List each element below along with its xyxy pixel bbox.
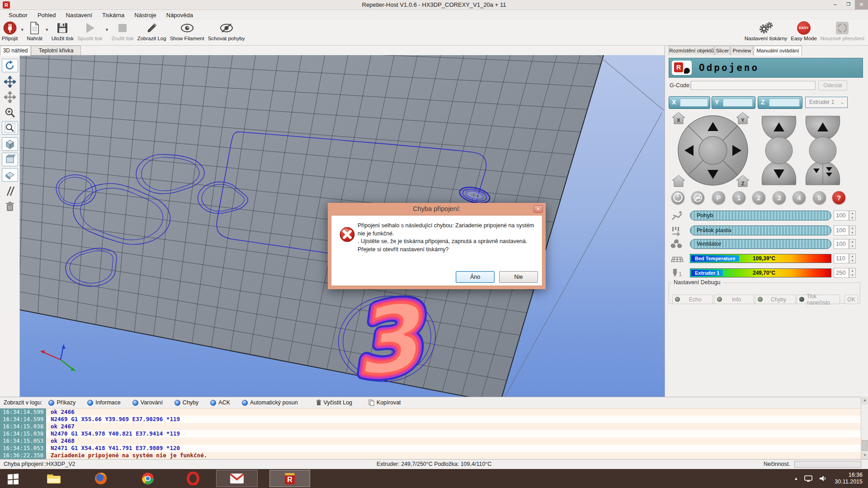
taskbar-repetier-button[interactable]: R: [269, 470, 310, 487]
show-log-button[interactable]: Zobrazit Log: [136, 20, 168, 45]
dialog-close-button[interactable]: ✕: [533, 205, 543, 213]
log-toggle-ack[interactable]: ACK: [210, 399, 230, 406]
start-button[interactable]: [1, 470, 25, 487]
preset-2-button[interactable]: 2: [752, 191, 765, 204]
home-x-axis-button[interactable]: X: [669, 96, 710, 109]
debug-dryrun-toggle[interactable]: Tisk nanečisto: [797, 295, 840, 304]
log-toggle-errors[interactable]: Chyby: [175, 399, 198, 406]
printer-settings-button[interactable]: Nastavení tiskárny: [743, 20, 789, 45]
tab-manual-control[interactable]: Manuální ovládání: [754, 46, 802, 56]
bed-temp-target[interactable]: 110: [834, 253, 849, 263]
menu-help[interactable]: Nápověda: [161, 12, 198, 19]
parallel-projection-button[interactable]: [2, 184, 18, 198]
park-button[interactable]: P: [712, 191, 725, 204]
bed-temp-slider[interactable]: Bed Temperature 109,39°C: [690, 254, 831, 263]
maximize-button[interactable]: ❐: [842, 0, 855, 9]
taskbar-opera-button[interactable]: [181, 470, 205, 487]
scroll-up-icon[interactable]: ▲: [861, 397, 868, 404]
debug-info-toggle[interactable]: Info: [714, 295, 754, 304]
cancel-print-button[interactable]: Zrušit tisk: [110, 20, 136, 45]
speed-value[interactable]: 100: [834, 211, 849, 221]
taskbar-chrome-button[interactable]: [136, 470, 160, 487]
move-object-button[interactable]: [2, 90, 18, 104]
log-toggle-commands[interactable]: Příkazy: [48, 399, 75, 406]
debug-ok-button[interactable]: OK: [844, 295, 858, 304]
view-iso-button[interactable]: [2, 137, 18, 151]
tab-preview[interactable]: Preview: [731, 46, 753, 55]
zoom-button[interactable]: [2, 106, 18, 119]
tab-slicer[interactable]: Slicer: [715, 46, 730, 55]
extruder-temp-target[interactable]: 250: [834, 268, 849, 278]
debug-errors-toggle[interactable]: Chyby: [755, 295, 796, 304]
network-icon[interactable]: [804, 475, 812, 482]
menu-view[interactable]: Pohled: [33, 12, 61, 19]
easy-mode-button[interactable]: EASY Easy Mode: [789, 20, 819, 45]
zoom-object-button[interactable]: [2, 121, 18, 135]
connect-dropdown[interactable]: ▼: [19, 20, 25, 45]
hide-travel-button[interactable]: Schovat pohyby: [206, 20, 247, 45]
gcode-input[interactable]: [691, 81, 816, 90]
menu-file[interactable]: Soubor: [4, 12, 33, 19]
fan-value[interactable]: 100: [834, 239, 849, 249]
log-output[interactable]: 16:34:14.599ok 2466 16:34:14.599N2469 G1…: [0, 408, 868, 459]
preset-4-button[interactable]: 4: [793, 191, 806, 204]
taskbar-firefox-button[interactable]: [89, 470, 113, 487]
delete-object-button[interactable]: [2, 200, 18, 213]
heated-bed-off-button[interactable]: [691, 191, 704, 204]
start-print-button[interactable]: Spustit tisk: [75, 20, 104, 45]
fan-spinner[interactable]: ▲▼: [849, 239, 856, 249]
log-scrollbar[interactable]: ▲ ▼: [861, 397, 868, 459]
flow-slider[interactable]: Průtok plastu: [690, 225, 831, 235]
show-filament-button[interactable]: Show Filament: [168, 20, 206, 45]
connect-button[interactable]: Připojit: [0, 20, 19, 45]
dialog-yes-button[interactable]: Áno: [456, 271, 495, 283]
taskbar-mail-button[interactable]: [216, 470, 258, 487]
extruder-temp-spinner[interactable]: ▲▼: [849, 268, 856, 278]
close-button[interactable]: ✕: [855, 0, 868, 9]
flow-value[interactable]: 100: [834, 225, 849, 235]
preset-3-button[interactable]: 3: [773, 191, 786, 204]
jog-controls[interactable]: X Y Z: [665, 110, 868, 189]
view-front-button[interactable]: [2, 153, 18, 166]
tray-expand-icon[interactable]: ▲: [794, 476, 798, 481]
preset-1-button[interactable]: 1: [732, 191, 745, 204]
minimize-button[interactable]: –: [829, 0, 842, 9]
send-gcode-button[interactable]: Odeslat: [818, 80, 847, 90]
clear-log-button[interactable]: Vyčistit Log: [316, 399, 352, 406]
scroll-down-icon[interactable]: ▼: [861, 452, 868, 459]
extruder-select[interactable]: Extruder 1⌄: [805, 97, 848, 108]
speed-slider[interactable]: Pohyb: [690, 211, 831, 221]
fan-slider[interactable]: Ventilátor: [690, 239, 831, 249]
flow-spinner[interactable]: ▲▼: [849, 225, 856, 235]
tab-object-placement[interactable]: Rozmístění objektů: [669, 46, 714, 55]
menu-tools[interactable]: Nástroje: [129, 12, 161, 19]
dialog-no-button[interactable]: Nie: [499, 271, 538, 283]
menu-printer[interactable]: Tiskárna: [97, 12, 129, 19]
emergency-stop-button[interactable]: Nouzové přerušení: [819, 20, 866, 45]
load-dropdown[interactable]: ▼: [44, 20, 50, 45]
menu-settings[interactable]: Nastavení: [61, 12, 97, 19]
view-top-button[interactable]: [2, 168, 18, 182]
log-toggle-info[interactable]: Informace: [87, 399, 121, 406]
preset-5-button[interactable]: 5: [813, 191, 826, 204]
log-toggle-warnings[interactable]: Varování: [132, 399, 163, 406]
start-print-dropdown[interactable]: ▼: [104, 20, 110, 45]
scroll-thumb[interactable]: [862, 440, 868, 451]
tab-3d-view[interactable]: 3D náhled: [0, 46, 31, 56]
copy-log-button[interactable]: Kopírovat: [368, 399, 401, 406]
home-z-axis-button[interactable]: Z: [758, 96, 802, 109]
taskbar-explorer-button[interactable]: [42, 470, 66, 487]
save-print-button[interactable]: Uložit tisk: [50, 20, 75, 45]
move-view-button[interactable]: [2, 75, 18, 89]
power-button[interactable]: [671, 191, 684, 204]
extruder-temp-slider[interactable]: Extruder 1 249,70°C: [690, 268, 831, 277]
home-y-axis-button[interactable]: Y: [712, 96, 755, 109]
load-button[interactable]: Nahrát: [25, 20, 44, 45]
tab-temp-curve[interactable]: Teplotní křivka: [31, 46, 81, 55]
log-toggle-autoscroll[interactable]: Automatický posun: [242, 399, 298, 406]
tray-clock[interactable]: 16:36 30.11.2015: [835, 472, 863, 485]
speed-spinner[interactable]: ▲▼: [849, 211, 856, 221]
bed-temp-spinner[interactable]: ▲▼: [849, 253, 856, 263]
volume-icon[interactable]: [819, 475, 827, 482]
rotate-view-button[interactable]: [2, 59, 18, 72]
